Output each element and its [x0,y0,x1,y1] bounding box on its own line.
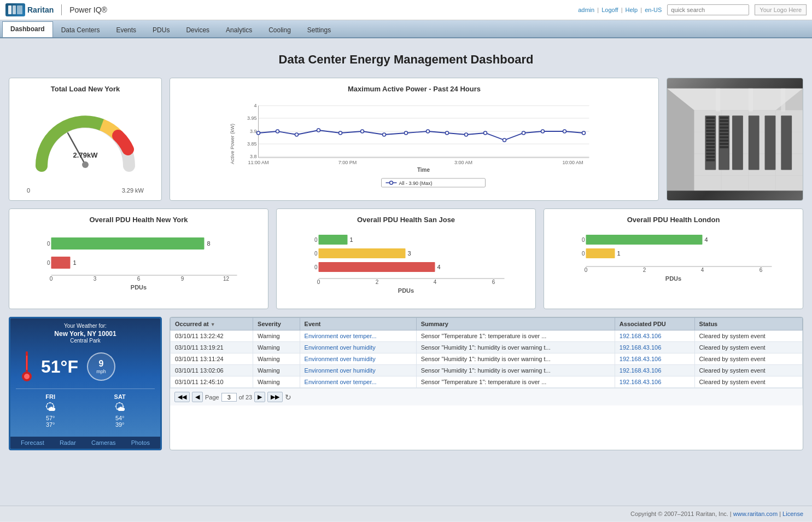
cell-event[interactable]: Environment over temper... [300,376,416,388]
weather-link-photos[interactable]: Photos [131,439,150,446]
pdu-link[interactable]: 192.168.43.106 [620,333,661,339]
svg-text:2.79kW: 2.79kW [73,151,98,159]
pag-refresh-button[interactable]: ↻ [285,393,291,402]
svg-text:3.95: 3.95 [247,115,257,121]
svg-rect-58 [706,123,715,125]
table-row: 03/10/11 13:02:06 Warning Environment ov… [171,365,803,376]
svg-rect-59 [706,126,715,129]
pag-last-button[interactable]: ▶▶ [267,392,283,402]
svg-rect-86 [749,88,753,111]
svg-point-38 [541,130,545,133]
svg-line-3 [68,133,85,165]
nav-item-settings[interactable]: Settings [299,22,339,37]
nav-item-pdus[interactable]: PDUs [144,22,178,37]
wind-circle: 9 mph [87,352,115,381]
top-bar: Raritan Power IQ® admin | Logoff | Help … [0,0,812,20]
cell-pdu[interactable]: 192.168.43.106 [615,330,694,342]
col-pdu[interactable]: Associated PDU [615,318,694,330]
cell-event[interactable]: Environment over humidity [300,342,416,353]
nav-item-cooling[interactable]: Cooling [260,22,299,37]
lang-link[interactable]: en-US [645,7,662,13]
svg-rect-68 [706,155,715,158]
event-link[interactable]: Environment over temper... [305,333,377,339]
sort-icon-occurred: ▼ [211,322,215,327]
cell-pdu[interactable]: 192.168.43.106 [615,342,694,353]
pag-prev-button[interactable]: ◀ [192,392,203,402]
forecast-fri-icon: 🌤 [45,401,56,414]
nav-item-dashboard[interactable]: Dashboard [2,21,53,37]
cell-event[interactable]: Environment over humidity [300,353,416,365]
col-status[interactable]: Status [694,318,802,330]
cell-event[interactable]: Environment over temper... [300,330,416,342]
weather-inner: Your Weather for: New York, NY 10001 Cen… [10,318,160,437]
nav-item-devices[interactable]: Devices [178,22,218,37]
col-event[interactable]: Event [300,318,416,330]
footer-link-raritan[interactable]: www.raritan.com [733,511,778,517]
footer-link-license[interactable]: License [782,511,803,517]
forecast-sat-name: SAT [114,393,126,400]
pag-page-input[interactable] [221,393,237,402]
col-severity[interactable]: Severity [253,318,300,330]
svg-text:12: 12 [223,276,230,282]
pdu-link[interactable]: 192.168.43.106 [620,367,661,374]
forecast-row: FRI 🌤 57° 37° SAT 🌤 54° 39° [16,388,155,432]
weather-link-radar[interactable]: Radar [60,439,76,446]
svg-point-31 [405,131,408,135]
svg-point-37 [522,131,525,135]
nav-item-events[interactable]: Events [108,22,144,37]
pdu-link[interactable]: 192.168.43.106 [620,379,661,385]
gauge-svg: 2.79kW [31,106,140,177]
nav-item-datacenters[interactable]: Data Centers [53,22,108,37]
col-occurred[interactable]: Occurred at ▼ [171,318,253,330]
cell-status: Cleared by system event [694,353,802,365]
cell-pdu[interactable]: 192.168.43.106 [615,376,694,388]
forecast-sat: SAT 🌤 54° 39° [114,393,126,428]
svg-rect-80 [720,146,728,148]
thermometer-icon [21,350,32,383]
svg-rect-56 [706,117,715,119]
svg-text:0: 0 [47,260,50,266]
svg-rect-72 [720,120,728,122]
col-summary[interactable]: Summary [416,318,615,330]
forecast-fri-high: 57° [46,415,55,421]
nav-bar: Dashboard Data Centers Events PDUs Devic… [0,20,812,38]
admin-link[interactable]: admin [578,7,594,13]
pdu-link[interactable]: 192.168.43.106 [620,356,661,362]
svg-rect-83 [765,115,776,170]
event-link[interactable]: Environment over humidity [305,344,376,351]
table-row: 03/10/11 13:11:24 Warning Environment ov… [171,353,803,365]
help-link[interactable]: Help [626,7,638,13]
table-row: 03/10/11 13:19:21 Warning Environment ov… [171,342,803,353]
cell-summary: Sensor "Temperature 1": temperature is o… [416,330,615,342]
pag-next-button[interactable]: ▶ [254,392,265,402]
svg-text:8: 8 [207,240,211,247]
weather-main: 51°F 9 mph [16,348,155,385]
svg-text:0: 0 [585,267,588,273]
logoff-link[interactable]: Logoff [601,7,618,13]
cell-pdu[interactable]: 192.168.43.106 [615,353,694,365]
svg-point-24 [257,131,260,135]
event-link[interactable]: Environment over humidity [305,356,376,362]
weather-link-cameras[interactable]: Cameras [91,439,116,446]
product-name: Power IQ® [69,5,107,14]
pdu-link[interactable]: 192.168.43.106 [620,344,661,351]
pag-first-button[interactable]: ◀◀ [174,392,190,402]
pdu-card-newyork: Overall PDU Health New York 8 0 1 0 0 3 … [9,208,268,309]
logo-icon [5,3,25,16]
svg-text:2: 2 [376,279,379,285]
nav-item-analytics[interactable]: Analytics [218,22,260,37]
svg-text:4: 4 [254,103,256,108]
cell-summary: Sensor "Humidity 1": humidity is over wa… [416,353,615,365]
svg-text:Active Power (kW): Active Power (kW) [230,124,235,164]
cell-occurred: 03/10/11 12:45:10 [171,376,253,388]
cell-pdu[interactable]: 192.168.43.106 [615,365,694,376]
line-chart-card: Maximum Active Power - Past 24 Hours Act… [170,78,659,201]
svg-text:0: 0 [314,264,318,270]
pdu-chart-newyork: 8 0 1 0 0 3 6 9 12 PDUs [16,229,261,295]
event-link[interactable]: Environment over temper... [305,379,377,385]
cell-event[interactable]: Environment over humidity [300,365,416,376]
search-input[interactable] [667,4,749,15]
weather-link-forecast[interactable]: Forecast [21,439,44,446]
svg-point-33 [446,131,449,135]
event-link[interactable]: Environment over humidity [305,367,376,374]
